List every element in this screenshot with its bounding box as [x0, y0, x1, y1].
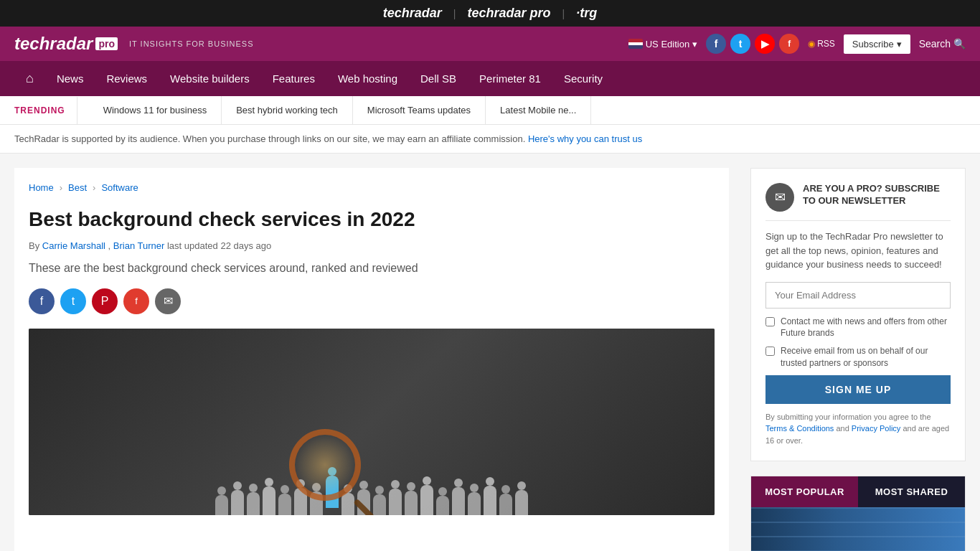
rss-icon: ◉: [808, 39, 815, 49]
article-meta: By Carrie Marshall , Brian Turner last u…: [29, 240, 715, 251]
trending-link-0[interactable]: Windows 11 for business: [89, 96, 222, 124]
share-email-button[interactable]: ✉: [155, 288, 181, 314]
sign-up-button[interactable]: SIGN ME UP: [765, 375, 951, 404]
newsletter-title: ARE YOU A PRO? SUBSCRIBE TO OUR NEWSLETT…: [803, 183, 951, 207]
subscribe-button[interactable]: Subscribe ▾: [844, 34, 910, 54]
checkbox-future-brands[interactable]: [765, 317, 775, 326]
newsletter-header: ✉ ARE YOU A PRO? SUBSCRIBE TO OUR NEWSLE…: [765, 183, 951, 221]
nav-item-reviews[interactable]: Reviews: [95, 62, 159, 95]
header-right: US Edition ▾ f t ▶ f ◉ RSS Subscribe ▾ S…: [628, 34, 966, 54]
popular-box: MOST POPULAR MOST SHARED: [750, 476, 966, 551]
nav-home[interactable]: ⌂: [14, 61, 45, 96]
edition-button[interactable]: US Edition ▾: [628, 39, 697, 50]
top-bar: techradar | techradar pro | ·trg: [0, 0, 980, 27]
popular-featured-image: [751, 507, 965, 551]
article-excerpt: These are the best background check serv…: [29, 260, 715, 277]
tagline: IT INSIGHTS FOR BUSINESS: [129, 39, 254, 48]
chevron-down-icon: ▾: [692, 39, 697, 50]
magnifier-icon: [289, 429, 361, 501]
author2-link[interactable]: Brian Turner: [113, 240, 165, 251]
trending-label: TRENDING: [14, 97, 77, 124]
affiliate-notice: TechRadar is supported by its audience. …: [0, 125, 980, 154]
terms-text: By submitting your information you agree…: [765, 411, 951, 447]
share-pinterest-button[interactable]: P: [92, 288, 118, 314]
breadcrumb-sep-1: ›: [60, 182, 62, 193]
twitter-icon[interactable]: t: [730, 34, 750, 54]
nav-item-perimeter-81[interactable]: Perimeter 81: [468, 62, 552, 95]
newsletter-description: Sign up to the TechRadar Pro newsletter …: [765, 230, 951, 272]
flag-icon: [628, 39, 643, 49]
search-button[interactable]: Search 🔍: [919, 38, 966, 50]
logo-pro: pro: [95, 37, 118, 50]
tab-most-shared[interactable]: MOST SHARED: [858, 476, 965, 507]
nav-item-news[interactable]: News: [45, 62, 95, 95]
affiliate-link[interactable]: Here's why you can trust us: [528, 133, 642, 144]
crowd-illustration: [29, 329, 715, 515]
author1-link[interactable]: Carrie Marshall: [42, 240, 105, 251]
edition-label: US Edition: [646, 39, 689, 50]
site-header: techradar pro IT INSIGHTS FOR BUSINESS U…: [0, 27, 980, 61]
newsletter-box: ✉ ARE YOU A PRO? SUBSCRIBE TO OUR NEWSLE…: [750, 168, 966, 461]
breadcrumb-best[interactable]: Best: [68, 182, 87, 193]
breadcrumb-home[interactable]: Home: [29, 182, 54, 193]
terms-link[interactable]: Terms & Conditions: [765, 424, 834, 433]
checkbox-row-1: Contact me with news and offers from oth…: [765, 316, 951, 340]
nav-item-website-builders[interactable]: Website builders: [159, 62, 261, 95]
topbar-logo3[interactable]: ·trg: [576, 6, 597, 21]
privacy-link[interactable]: Privacy Policy: [852, 424, 900, 433]
trending-link-1[interactable]: Best hybrid working tech: [222, 96, 353, 124]
checkbox-partners[interactable]: [765, 347, 775, 356]
sidebar: ✉ ARE YOU A PRO? SUBSCRIBE TO OUR NEWSLE…: [750, 168, 966, 551]
server-racks-illustration: [751, 507, 965, 551]
header-left: techradar pro IT INSIGHTS FOR BUSINESS: [14, 34, 254, 54]
chevron-down-icon: ▾: [897, 39, 902, 50]
breadcrumb-software[interactable]: Software: [101, 182, 138, 193]
site-logo[interactable]: techradar pro: [14, 34, 118, 54]
nav-item-web-hosting[interactable]: Web hosting: [326, 62, 409, 95]
trending-link-3[interactable]: Latest Mobile ne...: [486, 96, 591, 124]
nav-item-features[interactable]: Features: [261, 62, 326, 95]
nav-item-security[interactable]: Security: [552, 62, 614, 95]
share-twitter-button[interactable]: t: [60, 288, 86, 314]
share-flipboard-button[interactable]: f: [123, 288, 149, 314]
main-layout: Home › Best › Software Best background c…: [0, 154, 980, 551]
newsletter-email-icon: ✉: [765, 183, 794, 212]
trending-link-2[interactable]: Microsoft Teams updates: [353, 96, 486, 124]
trending-bar: TRENDING Windows 11 for business Best hy…: [0, 96, 980, 125]
breadcrumb-sep-2: ›: [93, 182, 95, 193]
social-icons-group: f t ▶ f: [706, 34, 799, 54]
content-area: Home › Best › Software Best background c…: [14, 168, 729, 551]
main-nav: ⌂ News Reviews Website builders Features…: [0, 61, 980, 96]
logo-text: techradar: [14, 34, 93, 54]
flipboard-icon[interactable]: f: [779, 34, 799, 54]
popular-tabs: MOST POPULAR MOST SHARED: [751, 476, 965, 507]
share-facebook-button[interactable]: f: [29, 288, 55, 314]
hero-image: [29, 329, 715, 515]
topbar-logo2[interactable]: techradar pro: [468, 6, 551, 21]
topbar-divider1: |: [453, 8, 456, 19]
breadcrumb: Home › Best › Software: [29, 182, 715, 193]
rss-label[interactable]: ◉ RSS: [808, 39, 835, 49]
article-title: Best background check services in 2022: [29, 207, 715, 232]
checkbox-row-2: Receive email from us on behalf of our t…: [765, 345, 951, 369]
topbar-logo1[interactable]: techradar: [383, 6, 442, 21]
youtube-icon[interactable]: ▶: [755, 34, 775, 54]
facebook-icon[interactable]: f: [706, 34, 726, 54]
email-input[interactable]: [765, 282, 951, 309]
search-icon: 🔍: [953, 38, 966, 50]
tab-most-popular[interactable]: MOST POPULAR: [751, 476, 858, 507]
topbar-divider2: |: [562, 8, 565, 19]
nav-item-dell-sb[interactable]: Dell SB: [409, 62, 468, 95]
social-share-bar: f t P f ✉: [29, 288, 715, 314]
